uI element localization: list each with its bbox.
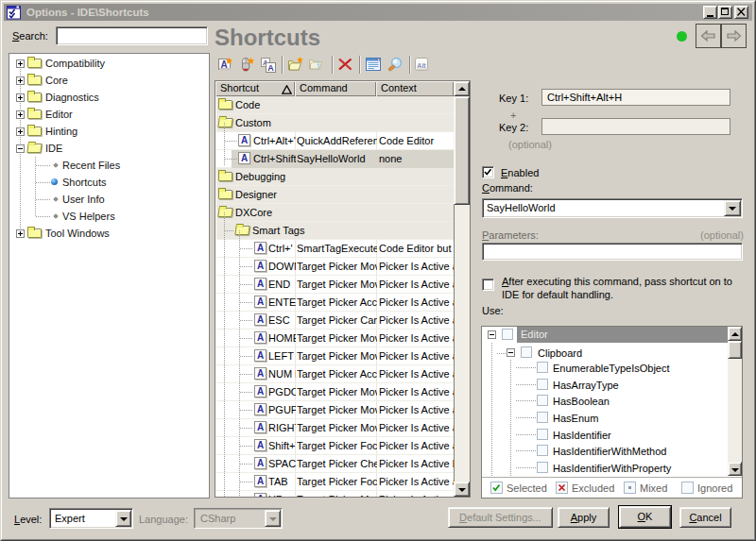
svg-text:A: A [267,63,274,73]
svg-text:Alt: Alt [417,62,426,69]
svg-text:A: A [220,59,227,70]
